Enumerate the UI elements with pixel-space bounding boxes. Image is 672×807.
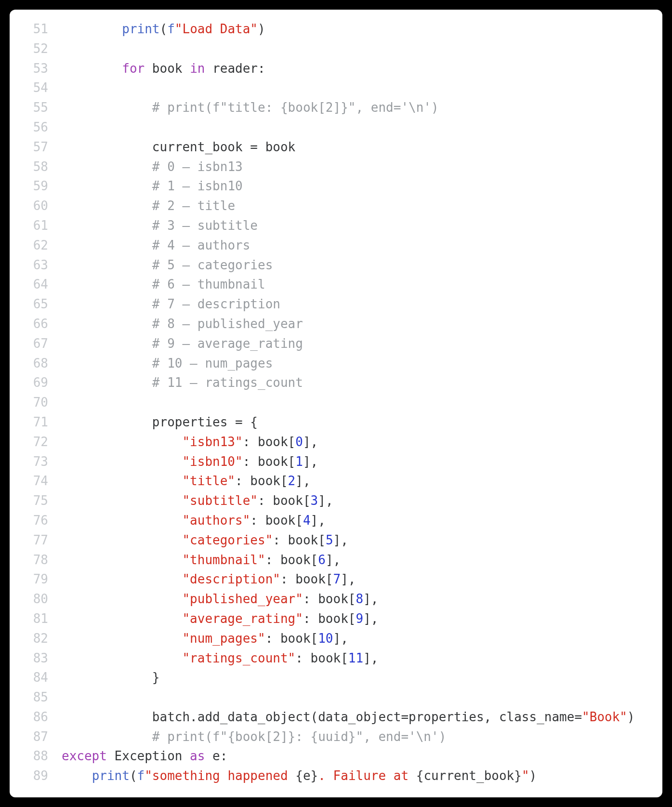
code-line[interactable]: 87 # print(f"{book[2]}: {uuid}", end='\n… — [10, 727, 653, 747]
code-line[interactable]: 69 # 11 – ratings_count — [10, 373, 653, 393]
code-line[interactable]: 56 — [10, 118, 653, 137]
line-number: 78 — [10, 550, 62, 570]
code-content: for book in reader: — [62, 59, 265, 79]
code-content: # print(f"{book[2]}: {uuid}", end='\n') — [62, 727, 446, 747]
line-number: 82 — [10, 629, 62, 648]
code-line[interactable]: 79 "description": book[7], — [10, 569, 653, 589]
line-number: 75 — [10, 491, 62, 511]
line-number: 76 — [10, 511, 62, 530]
code-content — [62, 78, 69, 98]
code-editor[interactable]: 51 print(f"Load Data")52 53 for book in … — [10, 10, 662, 797]
line-number: 77 — [10, 530, 62, 550]
code-line[interactable]: 70 — [10, 393, 653, 412]
code-line[interactable]: 57 current_book = book — [10, 137, 653, 157]
code-content: except Exception as e: — [62, 746, 227, 766]
code-content: batch.add_data_object(data_object=proper… — [62, 707, 635, 727]
code-line[interactable]: 80 "published_year": book[8], — [10, 589, 653, 609]
line-number: 54 — [10, 78, 62, 98]
line-number: 61 — [10, 216, 62, 236]
code-line[interactable]: 68 # 10 – num_pages — [10, 354, 653, 373]
code-content: } — [62, 668, 160, 688]
code-content: current_book = book — [62, 137, 295, 157]
code-content: "average_rating": book[9], — [62, 609, 378, 629]
code-content: "ratings_count": book[11], — [62, 648, 378, 668]
code-line[interactable]: 61 # 3 – subtitle — [10, 216, 653, 236]
line-number: 67 — [10, 334, 62, 354]
code-content: # 10 – num_pages — [62, 354, 273, 373]
code-content: properties = { — [62, 412, 258, 432]
code-line[interactable]: 73 "isbn10": book[1], — [10, 452, 653, 472]
line-number: 66 — [10, 314, 62, 334]
code-content: # 11 – ratings_count — [62, 373, 303, 393]
code-block: 51 print(f"Load Data")52 53 for book in … — [10, 19, 653, 786]
line-number: 86 — [10, 707, 62, 727]
line-number: 69 — [10, 373, 62, 393]
code-line[interactable]: 89 print(f"something happened {e}. Failu… — [10, 766, 653, 786]
code-line[interactable]: 53 for book in reader: — [10, 59, 653, 79]
line-number: 59 — [10, 176, 62, 196]
code-line[interactable]: 77 "categories": book[5], — [10, 530, 653, 550]
line-number: 81 — [10, 609, 62, 629]
line-number: 87 — [10, 727, 62, 747]
code-line[interactable]: 55 # print(f"title: {book[2]}", end='\n'… — [10, 98, 653, 118]
code-line[interactable]: 63 # 5 – categories — [10, 255, 653, 275]
code-content — [62, 39, 69, 59]
code-content: print(f"Load Data") — [62, 19, 265, 39]
code-content: "thumbnail": book[6], — [62, 550, 341, 570]
line-number: 57 — [10, 137, 62, 157]
code-content — [62, 688, 69, 707]
code-line[interactable]: 85 — [10, 688, 653, 707]
code-line[interactable]: 59 # 1 – isbn10 — [10, 176, 653, 196]
code-line[interactable]: 60 # 2 – title — [10, 196, 653, 216]
line-number: 68 — [10, 354, 62, 373]
code-content: "subtitle": book[3], — [62, 491, 333, 511]
code-content: # 1 – isbn10 — [62, 176, 243, 196]
line-number: 71 — [10, 412, 62, 432]
line-number: 56 — [10, 118, 62, 137]
line-number: 84 — [10, 668, 62, 688]
line-number: 89 — [10, 766, 62, 786]
line-number: 83 — [10, 648, 62, 668]
line-number: 64 — [10, 275, 62, 294]
code-line[interactable]: 65 # 7 – description — [10, 294, 653, 314]
code-line[interactable]: 75 "subtitle": book[3], — [10, 491, 653, 511]
code-line[interactable]: 66 # 8 – published_year — [10, 314, 653, 334]
code-content: "title": book[2], — [62, 471, 311, 491]
code-line[interactable]: 54 — [10, 78, 653, 98]
code-line[interactable]: 84 } — [10, 668, 653, 688]
code-line[interactable]: 51 print(f"Load Data") — [10, 19, 653, 39]
code-line[interactable]: 72 "isbn13": book[0], — [10, 432, 653, 452]
code-content — [62, 118, 69, 137]
line-number: 88 — [10, 746, 62, 766]
line-number: 72 — [10, 432, 62, 452]
code-line[interactable]: 76 "authors": book[4], — [10, 511, 653, 530]
code-line[interactable]: 71 properties = { — [10, 412, 653, 432]
code-line[interactable]: 86 batch.add_data_object(data_object=pro… — [10, 707, 653, 727]
line-number: 58 — [10, 157, 62, 177]
code-line[interactable]: 81 "average_rating": book[9], — [10, 609, 653, 629]
line-number: 55 — [10, 98, 62, 118]
code-line[interactable]: 78 "thumbnail": book[6], — [10, 550, 653, 570]
code-line[interactable]: 67 # 9 – average_rating — [10, 334, 653, 354]
code-line[interactable]: 83 "ratings_count": book[11], — [10, 648, 653, 668]
code-line[interactable]: 74 "title": book[2], — [10, 471, 653, 491]
code-line[interactable]: 62 # 4 – authors — [10, 236, 653, 255]
line-number: 74 — [10, 471, 62, 491]
code-content: "description": book[7], — [62, 569, 356, 589]
line-number: 73 — [10, 452, 62, 472]
code-content: "authors": book[4], — [62, 511, 326, 530]
code-line[interactable]: 52 — [10, 39, 653, 59]
code-content — [62, 393, 69, 412]
code-content: print(f"something happened {e}. Failure … — [62, 766, 537, 786]
code-content: # 7 – description — [62, 294, 280, 314]
line-number: 51 — [10, 19, 62, 39]
code-content: "isbn13": book[0], — [62, 432, 318, 452]
line-number: 79 — [10, 569, 62, 589]
line-number: 65 — [10, 294, 62, 314]
code-line[interactable]: 64 # 6 – thumbnail — [10, 275, 653, 294]
code-line[interactable]: 88except Exception as e: — [10, 746, 653, 766]
line-number: 52 — [10, 39, 62, 59]
code-line[interactable]: 82 "num_pages": book[10], — [10, 629, 653, 648]
line-number: 62 — [10, 236, 62, 255]
code-line[interactable]: 58 # 0 – isbn13 — [10, 157, 653, 177]
